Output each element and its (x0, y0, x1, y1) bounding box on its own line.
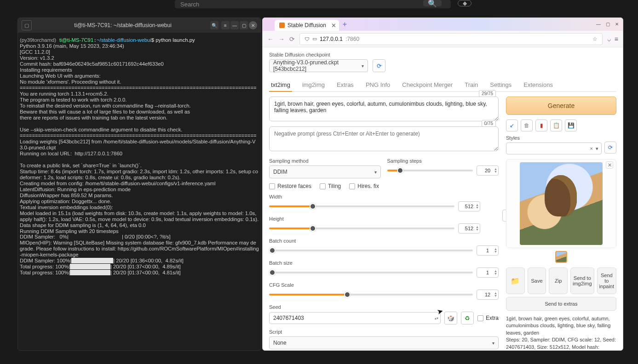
terminal-app-icon[interactable]: ▢ (22, 20, 32, 30)
sampling-steps-label: Sampling steps (387, 158, 499, 164)
spinner-icon[interactable]: ▲▼ (494, 168, 497, 173)
tab-favicon-icon (279, 23, 285, 28)
minimize-icon[interactable]: — (230, 21, 239, 29)
close-icon[interactable]: ✕ (613, 20, 621, 28)
send-img2img-button[interactable]: Send to img2img (570, 267, 594, 294)
restore-faces-checkbox[interactable]: Restore faces (269, 183, 311, 189)
terminal-menu-icon[interactable]: ≡ (221, 21, 230, 29)
send-extras-button[interactable]: Send to extras (506, 297, 616, 311)
terminal-search-icon[interactable]: 🔍 (210, 21, 218, 29)
prompt-input[interactable] (269, 97, 499, 121)
shield-icon: 🛡 (305, 36, 310, 42)
minimize-icon[interactable]: — (594, 20, 603, 28)
refresh-styles-button[interactable]: ⟳ (604, 142, 616, 154)
tab-extras[interactable]: Extras (335, 79, 356, 91)
batch-size-slider[interactable] (269, 272, 473, 273)
seed-input[interactable]: 2407671403▴▾ (269, 312, 441, 324)
tiling-checkbox[interactable]: Tiling (320, 183, 341, 189)
spinner-icon[interactable]: ▲▼ (494, 292, 497, 297)
batch-count-value[interactable]: 1▲▼ (477, 245, 499, 256)
batch-count-slider[interactable] (269, 250, 473, 251)
sampling-steps-slider[interactable] (387, 170, 473, 171)
search-icon[interactable]: 🔍 (423, 0, 442, 6)
generate-button[interactable]: Generate (506, 97, 616, 115)
sampling-method-label: Sampling method (269, 158, 381, 164)
width-slider[interactable] (269, 205, 454, 207)
chevron-down-icon: ▾ (596, 146, 598, 152)
send-inpaint-button[interactable]: Send to inpaint (597, 267, 616, 294)
paste-button[interactable]: 📋 (550, 119, 562, 131)
url-input[interactable]: 🛡 ▭ 127.0.0.1:7860 ☆ (299, 33, 603, 45)
spinner-icon[interactable]: ▲▼ (494, 248, 497, 253)
open-folder-button[interactable]: 📁 (506, 267, 525, 294)
neg-token-count: 0/75 (482, 120, 496, 127)
refresh-checkpoints-button[interactable]: ⟳ (373, 59, 385, 72)
hires-fix-checkbox[interactable]: Hires. fix (349, 183, 379, 189)
close-preview-icon[interactable]: ✕ (606, 161, 613, 169)
spinner-icon[interactable]: ▲▼ (494, 270, 497, 275)
maximize-icon[interactable]: ▢ (240, 21, 248, 29)
random-seed-button[interactable]: 🎲 (444, 312, 457, 324)
cfg-value[interactable]: 12▲▼ (477, 290, 499, 300)
spinner-icon[interactable]: ▲▼ (476, 226, 479, 231)
browser-tab-strip: Stable Diffusion ✕ + — ▢ ✕ (263, 18, 623, 31)
prompt-token-count: 29/75 (479, 90, 496, 97)
address-bar: ← → ⟳ 🛡 ▭ 127.0.0.1:7860 ☆ ⌵ ≡ (263, 31, 623, 47)
pocket-icon[interactable]: ⌵ (607, 35, 611, 43)
height-value[interactable]: 512▲▼ (458, 223, 480, 233)
sampling-steps-value[interactable]: 20▲▼ (477, 165, 499, 176)
preview-panel: ✕ (506, 159, 616, 248)
notifications-icon[interactable]: ◆ (458, 0, 471, 6)
arrow-button[interactable]: ↙ (506, 119, 518, 131)
extra-seed-checkbox[interactable]: Extra (477, 315, 499, 321)
browser-window: Stable Diffusion ✕ + — ▢ ✕ ← → ⟳ 🛡 ▭ 127… (262, 17, 623, 351)
script-select[interactable]: None ▾ (269, 336, 499, 349)
forward-icon[interactable]: → (278, 35, 285, 43)
width-value[interactable]: 512▲▼ (458, 201, 480, 211)
page-info-icon: ▭ (312, 36, 317, 42)
new-tab-button[interactable]: + (343, 20, 347, 28)
tab-pnginfo[interactable]: PNG Info (364, 79, 392, 91)
generated-image[interactable] (520, 162, 603, 245)
terminal-window: ▢ ti@ti-MS-7C91: ~/stable-diffusion-webu… (17, 17, 261, 351)
styles-label: Styles (506, 135, 616, 141)
terminal-output[interactable]: (py39torchamd) ti@ti-MS-7C91:~/stable-di… (18, 33, 261, 280)
back-icon[interactable]: ← (267, 35, 274, 43)
height-slider[interactable] (269, 228, 454, 229)
styles-select[interactable]: ×▾ (506, 142, 602, 154)
browser-tab[interactable]: Stable Diffusion ✕ (275, 20, 339, 31)
cfg-slider[interactable] (269, 294, 473, 296)
reuse-seed-button[interactable]: ♻ (461, 312, 474, 324)
image-thumbnail[interactable] (555, 251, 567, 263)
spinner-icon[interactable]: ▴▾ (435, 316, 438, 320)
height-label: Height (269, 216, 480, 222)
global-search[interactable]: Search (175, 0, 451, 8)
spinner-icon[interactable]: ▲▼ (476, 204, 479, 209)
batch-size-value[interactable]: 1▲▼ (477, 267, 499, 278)
menu-icon[interactable]: ≡ (615, 35, 618, 43)
tab-ckpt-merger[interactable]: Checkpoint Merger (400, 79, 454, 91)
extra-networks-button[interactable]: ▮ (535, 119, 547, 131)
checkpoint-select[interactable]: Anything-V3.0-pruned.ckpt [543bcbc212] ▾ (269, 59, 368, 72)
save-button[interactable]: Save (528, 267, 546, 294)
global-search-placeholder: Search (180, 1, 199, 8)
save-style-button[interactable]: 💾 (565, 119, 577, 131)
cfg-label: CFG Scale (269, 282, 499, 288)
reload-icon[interactable]: ⟳ (289, 35, 295, 43)
close-icon[interactable]: ✕ (249, 21, 257, 29)
tab-close-icon[interactable]: ✕ (331, 22, 336, 29)
batch-count-label: Batch count (269, 238, 499, 244)
tab-txt2img[interactable]: txt2img (269, 79, 292, 92)
sampling-method-select[interactable]: DDIM ▾ (269, 165, 381, 178)
tab-img2img[interactable]: img2img (300, 79, 327, 91)
maximize-icon[interactable]: ▢ (604, 20, 612, 28)
tab-extensions[interactable]: Extensions (522, 79, 555, 91)
tab-settings[interactable]: Settings (488, 79, 513, 91)
negative-prompt-input[interactable] (269, 126, 499, 151)
options-row: Restore faces Tiling Hires. fix (269, 183, 499, 189)
url-port: :7860 (345, 36, 359, 42)
bookmark-icon[interactable]: ☆ (592, 36, 598, 42)
zip-button[interactable]: Zip (549, 267, 568, 294)
clear-button[interactable]: 🗑 (521, 119, 533, 131)
tab-train[interactable]: Train (463, 79, 480, 91)
